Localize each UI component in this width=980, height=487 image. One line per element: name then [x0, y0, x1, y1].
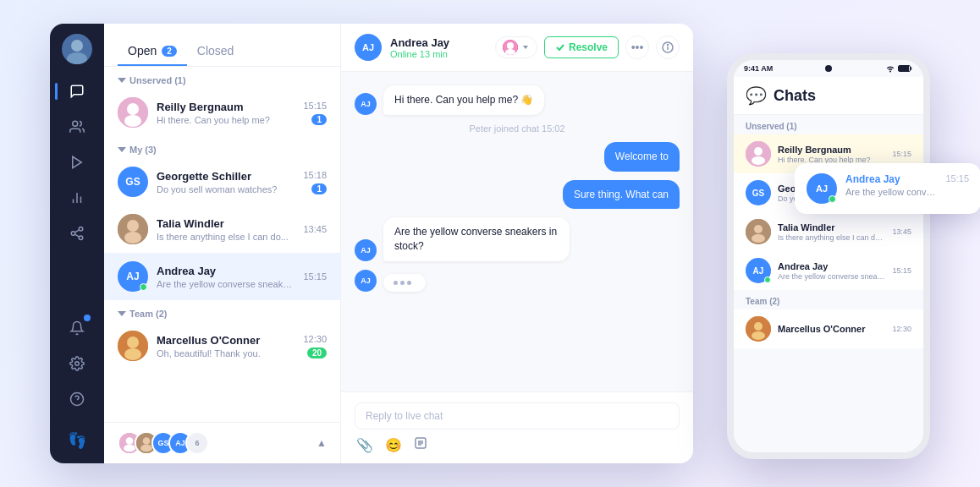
phone-avatar-marcellus	[746, 316, 771, 342]
avatar-talia	[118, 214, 148, 244]
logo: 👣	[68, 431, 86, 450]
svg-point-25	[127, 337, 139, 348]
svg-point-8	[71, 232, 75, 236]
message-1: AJ Hi there. Can you help me? 👋	[355, 85, 680, 115]
conv-preview-reilly: Hi there. Can you help me?	[157, 115, 295, 125]
sidebar-item-reports[interactable]	[62, 183, 92, 213]
conversation-tabs: Open 2 Closed	[104, 24, 340, 67]
svg-point-47	[754, 147, 763, 156]
msg-avatar-5: AJ	[355, 239, 377, 261]
sidebar-item-chats[interactable]	[62, 76, 92, 107]
chat-contact-status: Online 13 min	[390, 49, 487, 59]
notif-online-dot	[829, 195, 836, 203]
notif-avatar: AJ	[807, 173, 837, 204]
battery-icon	[898, 64, 913, 73]
svg-point-21	[127, 220, 139, 232]
tab-open[interactable]: Open 2	[118, 37, 187, 66]
svg-point-51	[752, 234, 765, 243]
svg-point-1	[67, 52, 87, 64]
svg-point-26	[124, 348, 141, 360]
phone-status-icons	[885, 64, 913, 73]
sidebar: 👣	[50, 24, 104, 463]
conv-item-georgette[interactable]: GS Georgette Schiller Do you sell woman …	[104, 158, 340, 205]
notif-time: 15:15	[945, 173, 969, 183]
svg-point-0	[71, 40, 83, 52]
svg-line-11	[74, 230, 79, 233]
notifications-badge	[84, 315, 91, 321]
info-icon	[662, 41, 674, 53]
emoji-icon[interactable]: 😊	[385, 437, 402, 453]
svg-line-10	[74, 234, 79, 237]
sidebar-item-settings[interactable]	[62, 348, 92, 379]
phone-online-dot-andrea	[764, 276, 771, 283]
svg-point-18	[124, 115, 141, 127]
phone-camera	[825, 65, 832, 72]
msg-avatar-1: AJ	[355, 93, 377, 115]
conv-item-marcellus[interactable]: Marcellus O'Conner Oh, beautiful! Thank …	[104, 322, 340, 369]
user-avatar[interactable]	[62, 34, 92, 64]
phone-avatar-reilly	[746, 141, 771, 167]
wifi-icon	[885, 64, 895, 73]
conv-info-reilly: Reilly Bergnaum Hi there. Can you help m…	[157, 101, 295, 125]
svg-point-39	[668, 45, 669, 46]
conv-item-andrea[interactable]: AJ Andrea Jay Are the yellow converse sn…	[104, 253, 340, 300]
chat-footer: Reply to live chat 📎 😊	[341, 391, 693, 463]
format-icon[interactable]	[414, 436, 427, 453]
svg-point-7	[79, 227, 83, 232]
info-button[interactable]	[656, 36, 680, 59]
notification-popup: AJ Andrea Jay Are the yellow converse sn…	[795, 163, 980, 214]
more-options-button[interactable]: •••	[625, 36, 649, 59]
conversations-panel: Open 2 Closed Unserved (1)	[104, 24, 341, 463]
avatar-georgette: GS	[118, 167, 148, 197]
assigned-agent-badge[interactable]	[495, 36, 537, 58]
sidebar-item-campaigns[interactable]	[62, 147, 92, 178]
section-unserved: Unserved (1)	[104, 67, 340, 89]
conv-name-reilly: Reilly Bergnaum	[157, 101, 295, 113]
phone-list-item-marcellus[interactable]: Marcellus O'Conner 12:30	[734, 309, 923, 348]
check-icon	[555, 42, 565, 52]
bottom-more-count: 6	[185, 431, 209, 455]
svg-point-17	[127, 103, 139, 115]
typing-dot-3	[407, 281, 411, 285]
avatar-reilly	[118, 97, 148, 128]
svg-marker-23	[118, 311, 126, 316]
sidebar-item-notifications[interactable]	[62, 313, 92, 343]
bottom-avatars-bar: GS AJ 6 ▲	[104, 422, 340, 463]
phone-list-item-andrea[interactable]: AJ Andrea Jay Are the yellow converse sn…	[734, 251, 923, 290]
reply-input[interactable]: Reply to live chat	[355, 402, 680, 430]
phone-content: 💬 Chats Unserved (1) Reilly Bergnaum Hi …	[734, 77, 923, 452]
footer-toolbar: 📎 😊	[355, 436, 680, 453]
sidebar-item-contacts[interactable]	[62, 112, 92, 142]
phone-section-team: Team (2)	[734, 290, 923, 309]
sidebar-item-help[interactable]	[62, 384, 92, 414]
conv-item-talia[interactable]: Talia Windler Is there anything else I c…	[104, 205, 340, 253]
msg-bubble-1: Hi there. Can you help me? 👋	[383, 85, 544, 115]
svg-point-53	[754, 322, 763, 331]
msg-bubble-5: Are the yellow converse sneakers in stoc…	[383, 217, 570, 261]
phone-section-unserved: Unserved (1)	[734, 115, 923, 134]
message-4: Sure thing. What can	[355, 180, 680, 210]
chat-contact-avatar: AJ	[355, 34, 382, 61]
svg-point-34	[507, 42, 514, 49]
svg-point-48	[752, 156, 765, 165]
phone-time: 9:41 AM	[744, 64, 773, 73]
svg-rect-45	[900, 67, 909, 71]
unread-badge-reilly: 1	[311, 114, 327, 125]
conversation-list: Unserved (1) Reilly Bergnaum Hi there. C…	[104, 67, 340, 422]
resolve-button[interactable]: Resolve	[544, 36, 619, 58]
attachment-icon[interactable]: 📎	[356, 437, 373, 453]
phone-list-item-talia[interactable]: Talia Windler Is there anything else I c…	[734, 212, 923, 251]
phone-avatar-andrea: AJ	[746, 258, 771, 283]
conv-item-reilly[interactable]: Reilly Bergnaum Hi there. Can you help m…	[104, 89, 340, 136]
chat-contact-name: Andrea Jay	[390, 36, 487, 49]
chevron-down-icon	[521, 43, 530, 52]
chevron-up-icon[interactable]: ▲	[317, 437, 327, 449]
open-tab-badge: 2	[162, 46, 177, 57]
tab-closed[interactable]: Closed	[187, 37, 245, 66]
typing-indicator-row: AJ	[355, 270, 680, 292]
chat-contact-info: Andrea Jay Online 13 min	[390, 36, 487, 59]
sidebar-item-integrations[interactable]	[62, 218, 92, 249]
phone-header: 💬 Chats	[734, 77, 923, 115]
avatar-marcellus	[118, 331, 148, 361]
phone-avatar-talia	[746, 219, 771, 244]
